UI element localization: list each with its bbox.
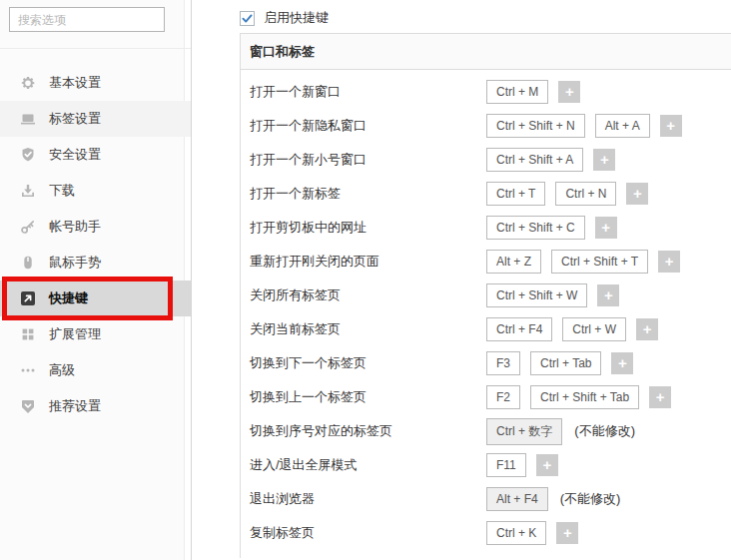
add-shortcut-button[interactable]: + <box>558 81 580 103</box>
shortcut-row: 退出浏览器Alt + F4(不能修改) <box>250 482 731 516</box>
sidebar-item-extension[interactable]: 扩展管理 <box>0 316 191 352</box>
shortcut-row: 关闭所有标签页Ctrl + Shift + W+ <box>250 279 731 312</box>
gear-icon <box>20 75 36 91</box>
section-title: 窗口和标签 <box>250 44 315 59</box>
shortcut-key[interactable]: Ctrl + F4 <box>486 317 552 341</box>
shortcut-label: 重新打开刚关闭的页面 <box>250 253 486 271</box>
shortcut-key[interactable]: Ctrl + Tab <box>530 351 601 375</box>
shortcut-icon <box>20 290 36 306</box>
laptop-icon <box>20 111 36 127</box>
shortcut-key[interactable]: Ctrl + K <box>486 521 546 545</box>
shortcut-key[interactable]: F11 <box>486 453 526 477</box>
shield-icon <box>20 147 36 163</box>
add-shortcut-button[interactable]: + <box>556 522 578 544</box>
sidebar-item-tabs[interactable]: 标签设置 <box>0 101 191 137</box>
sidebar-search-area <box>0 0 191 32</box>
shortcut-key[interactable]: Ctrl + Shift + N <box>486 114 585 138</box>
shortcut-label: 切换到下一个标签页 <box>250 354 486 372</box>
shortcuts-panel: 窗口和标签 打开一个新窗口Ctrl + M+打开一个新隐私窗口Ctrl + Sh… <box>240 33 731 558</box>
shortcut-label: 关闭当前标签页 <box>250 320 486 338</box>
add-shortcut-button[interactable]: + <box>593 149 615 171</box>
shortcut-key[interactable]: Alt + A <box>595 114 650 138</box>
shortcut-key[interactable]: Ctrl + N <box>555 182 616 206</box>
add-shortcut-button[interactable]: + <box>660 115 682 137</box>
shortcut-key[interactable]: F2 <box>486 385 520 409</box>
shortcut-row: 打开一个新小号窗口Ctrl + Shift + A+ <box>250 143 731 177</box>
shortcut-row: 打开剪切板中的网址Ctrl + Shift + C+ <box>250 211 731 245</box>
add-shortcut-button[interactable]: + <box>597 284 619 306</box>
search-input[interactable] <box>9 7 165 32</box>
shortcut-keys: Ctrl + Shift + C+ <box>486 216 617 240</box>
shortcut-key[interactable]: Ctrl + M <box>486 80 548 104</box>
add-shortcut-button[interactable]: + <box>611 352 633 374</box>
shortcut-key[interactable]: F3 <box>486 351 520 375</box>
shortcut-label: 切换到序号对应的标签页 <box>250 422 486 440</box>
shortcut-keys: Ctrl + Shift + NAlt + A+ <box>486 114 682 138</box>
shortcut-label: 复制标签页 <box>250 524 486 542</box>
shortcut-key[interactable]: Ctrl + Shift + A <box>486 148 583 172</box>
sidebar: 基本设置标签设置安全设置下载帐号助手鼠标手势快捷键扩展管理高级推荐设置 <box>0 0 192 560</box>
sidebar-item-label: 鼠标手势 <box>49 254 101 272</box>
shortcut-label: 打开一个新隐私窗口 <box>250 117 486 135</box>
grid-icon <box>20 326 36 342</box>
shortcut-row: 打开一个新标签Ctrl + TCtrl + N+ <box>250 177 731 211</box>
sidebar-item-recommend[interactable]: 推荐设置 <box>0 388 191 424</box>
sidebar-item-advanced[interactable]: 高级 <box>0 352 191 388</box>
shortcut-key: Alt + F4 <box>486 487 548 511</box>
enable-shortcuts-checkbox[interactable] <box>240 11 255 26</box>
sidebar-item-security[interactable]: 安全设置 <box>0 137 191 173</box>
add-shortcut-button[interactable]: + <box>636 318 658 340</box>
shortcut-key[interactable]: Ctrl + Shift + W <box>486 283 587 307</box>
shortcut-keys: F2Ctrl + Shift + Tab+ <box>486 385 671 409</box>
sidebar-item-label: 推荐设置 <box>49 397 101 415</box>
add-shortcut-button[interactable]: + <box>649 386 671 408</box>
download-icon <box>20 183 36 199</box>
shortcut-key[interactable]: Ctrl + W <box>562 317 626 341</box>
shortcut-row: 复制标签页Ctrl + K+ <box>250 516 731 550</box>
shortcut-keys: F11+ <box>486 453 558 477</box>
sidebar-item-download[interactable]: 下载 <box>0 173 191 209</box>
shortcut-row: 进入/退出全屏模式F11+ <box>250 448 731 482</box>
shortcut-key[interactable]: Ctrl + Shift + C <box>486 216 585 240</box>
shortcut-keys: Alt + F4(不能修改) <box>486 487 620 511</box>
browser-settings-window: 基本设置标签设置安全设置下载帐号助手鼠标手势快捷键扩展管理高级推荐设置 启用快捷… <box>0 0 731 560</box>
sidebar-item-gesture[interactable]: 鼠标手势 <box>0 245 191 280</box>
mouse-icon <box>20 255 36 271</box>
sidebar-divider <box>0 48 191 49</box>
sidebar-item-hotkey[interactable]: 快捷键 <box>0 280 191 316</box>
shortcut-keys: Ctrl + TCtrl + N+ <box>486 182 648 206</box>
shortcut-keys: Ctrl + Shift + A+ <box>486 148 615 172</box>
sidebar-item-label: 高级 <box>49 361 75 379</box>
add-shortcut-button[interactable]: + <box>626 183 648 205</box>
shortcut-row: 关闭当前标签页Ctrl + F4Ctrl + W+ <box>250 312 731 346</box>
shortcut-label: 打开一个新标签 <box>250 185 486 203</box>
shortcut-key[interactable]: Alt + Z <box>486 250 541 274</box>
shortcut-key[interactable]: Ctrl + Shift + Tab <box>530 385 639 409</box>
add-shortcut-button[interactable]: + <box>536 454 558 476</box>
shortcut-label: 进入/退出全屏模式 <box>250 456 486 474</box>
shortcut-row: 打开一个新窗口Ctrl + M+ <box>250 75 731 109</box>
sidebar-item-label: 基本设置 <box>49 74 101 92</box>
check-icon <box>241 12 254 25</box>
add-shortcut-button[interactable]: + <box>658 251 680 273</box>
shortcut-label: 切换到上一个标签页 <box>250 388 486 406</box>
shortcut-keys: Ctrl + F4Ctrl + W+ <box>486 317 658 341</box>
shortcut-key[interactable]: Ctrl + Shift + T <box>551 250 648 274</box>
immutable-note: (不能修改) <box>560 490 621 508</box>
add-shortcut-button[interactable]: + <box>595 217 617 239</box>
section-header: 窗口和标签 <box>241 34 731 70</box>
shortcut-label: 打开一个新小号窗口 <box>250 151 486 169</box>
shortcut-keys: Ctrl + 数字(不能修改) <box>486 418 635 445</box>
shortcut-label: 关闭所有标签页 <box>250 286 486 304</box>
sidebar-item-label: 帐号助手 <box>49 218 101 236</box>
shortcut-rows: 打开一个新窗口Ctrl + M+打开一个新隐私窗口Ctrl + Shift + … <box>241 70 731 558</box>
shortcut-key[interactable]: Ctrl + T <box>486 182 545 206</box>
sidebar-item-label: 扩展管理 <box>49 325 101 343</box>
sidebar-item-account[interactable]: 帐号助手 <box>0 209 191 245</box>
sidebar-item-label: 标签设置 <box>49 110 101 128</box>
sidebar-item-basic[interactable]: 基本设置 <box>0 65 191 101</box>
sidebar-item-label: 快捷键 <box>49 289 88 307</box>
immutable-note: (不能修改) <box>574 422 635 440</box>
sidebar-item-label: 下载 <box>49 182 75 200</box>
enable-shortcuts-row: 启用快捷键 <box>240 9 329 27</box>
